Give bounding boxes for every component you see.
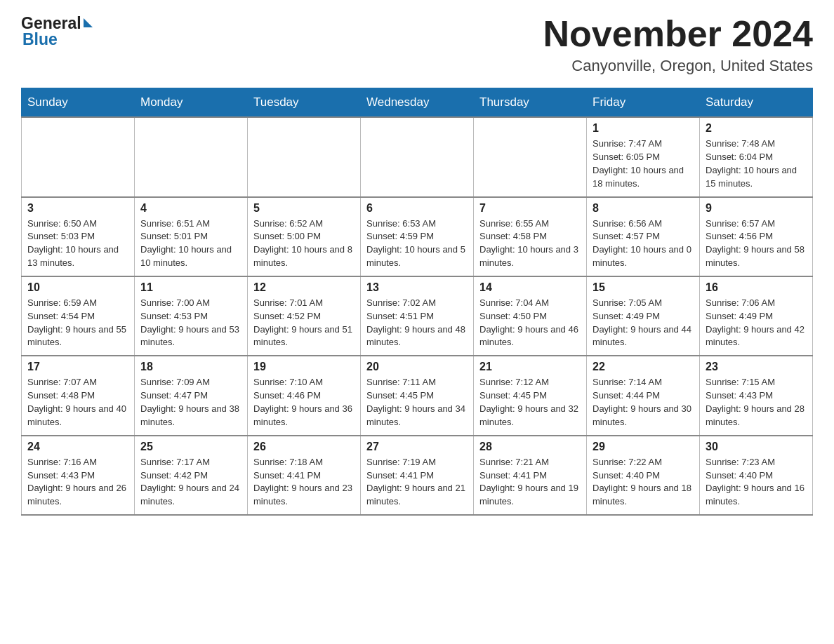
calendar-day-cell: 19Sunrise: 7:10 AMSunset: 4:46 PMDayligh…: [248, 356, 361, 435]
page-header: General Blue November 2024 Canyonville, …: [21, 14, 813, 75]
calendar-day-cell: 11Sunrise: 7:00 AMSunset: 4:53 PMDayligh…: [135, 276, 248, 356]
day-info: Sunrise: 6:57 AMSunset: 4:56 PMDaylight:…: [706, 217, 807, 270]
day-number: 24: [27, 441, 128, 453]
calendar-day-cell: 2Sunrise: 7:48 AMSunset: 6:04 PMDaylight…: [700, 117, 813, 196]
day-info: Sunrise: 7:07 AMSunset: 4:48 PMDaylight:…: [27, 376, 128, 429]
calendar-day-cell: 21Sunrise: 7:12 AMSunset: 4:45 PMDayligh…: [474, 356, 587, 435]
day-number: 16: [706, 281, 807, 294]
day-info: Sunrise: 6:53 AMSunset: 4:59 PMDaylight:…: [366, 217, 468, 270]
day-number: 3: [27, 202, 128, 215]
day-info: Sunrise: 7:02 AMSunset: 4:51 PMDaylight:…: [366, 297, 468, 349]
day-info: Sunrise: 7:19 AMSunset: 4:41 PMDaylight:…: [366, 456, 468, 509]
calendar-day-cell: [135, 117, 248, 196]
day-number: 4: [140, 202, 241, 215]
day-number: 30: [706, 441, 807, 453]
calendar-day-cell: 23Sunrise: 7:15 AMSunset: 4:43 PMDayligh…: [700, 356, 813, 435]
day-number: 28: [479, 441, 581, 453]
calendar-week-row: 10Sunrise: 6:59 AMSunset: 4:54 PMDayligh…: [22, 276, 813, 356]
day-number: 26: [253, 441, 355, 453]
day-info: Sunrise: 6:56 AMSunset: 4:57 PMDaylight:…: [593, 217, 694, 270]
logo-triangle-icon: [84, 18, 93, 27]
day-info: Sunrise: 7:10 AMSunset: 4:46 PMDaylight:…: [253, 376, 355, 429]
calendar-day-header: Thursday: [474, 88, 587, 118]
calendar-week-row: 1Sunrise: 7:47 AMSunset: 6:05 PMDaylight…: [22, 117, 813, 196]
calendar-day-cell: 6Sunrise: 6:53 AMSunset: 4:59 PMDaylight…: [361, 197, 474, 276]
day-number: 27: [366, 441, 468, 453]
day-number: 8: [593, 202, 694, 215]
calendar-day-cell: [474, 117, 587, 196]
day-info: Sunrise: 7:47 AMSunset: 6:05 PMDaylight:…: [593, 137, 694, 190]
day-info: Sunrise: 7:48 AMSunset: 6:04 PMDaylight:…: [706, 137, 807, 190]
day-info: Sunrise: 6:59 AMSunset: 4:54 PMDaylight:…: [27, 297, 128, 349]
day-info: Sunrise: 7:00 AMSunset: 4:53 PMDaylight:…: [140, 297, 241, 349]
day-info: Sunrise: 7:15 AMSunset: 4:43 PMDaylight:…: [706, 376, 807, 429]
day-number: 29: [593, 441, 694, 453]
day-number: 18: [140, 361, 241, 373]
calendar-day-cell: 5Sunrise: 6:52 AMSunset: 5:00 PMDaylight…: [248, 197, 361, 276]
month-title: November 2024: [543, 14, 813, 54]
calendar-day-cell: 18Sunrise: 7:09 AMSunset: 4:47 PMDayligh…: [135, 356, 248, 435]
day-number: 5: [253, 202, 355, 215]
calendar-day-cell: 24Sunrise: 7:16 AMSunset: 4:43 PMDayligh…: [22, 436, 135, 515]
day-info: Sunrise: 7:01 AMSunset: 4:52 PMDaylight:…: [253, 297, 355, 349]
day-info: Sunrise: 7:16 AMSunset: 4:43 PMDaylight:…: [27, 456, 128, 509]
day-number: 15: [593, 281, 694, 294]
calendar-day-cell: 20Sunrise: 7:11 AMSunset: 4:45 PMDayligh…: [361, 356, 474, 435]
calendar-day-header: Friday: [587, 88, 700, 118]
calendar-day-cell: 12Sunrise: 7:01 AMSunset: 4:52 PMDayligh…: [248, 276, 361, 356]
calendar-day-cell: 13Sunrise: 7:02 AMSunset: 4:51 PMDayligh…: [361, 276, 474, 356]
day-number: 2: [706, 122, 807, 135]
calendar-day-cell: 26Sunrise: 7:18 AMSunset: 4:41 PMDayligh…: [248, 436, 361, 515]
day-number: 14: [479, 281, 581, 294]
day-number: 10: [27, 281, 128, 294]
day-info: Sunrise: 6:51 AMSunset: 5:01 PMDaylight:…: [140, 217, 241, 270]
day-info: Sunrise: 7:12 AMSunset: 4:45 PMDaylight:…: [479, 376, 581, 429]
day-info: Sunrise: 7:21 AMSunset: 4:41 PMDaylight:…: [479, 456, 581, 509]
calendar-day-cell: 8Sunrise: 6:56 AMSunset: 4:57 PMDaylight…: [587, 197, 700, 276]
location-title: Canyonville, Oregon, United States: [543, 57, 813, 75]
calendar-day-cell: 16Sunrise: 7:06 AMSunset: 4:49 PMDayligh…: [700, 276, 813, 356]
calendar-day-cell: 27Sunrise: 7:19 AMSunset: 4:41 PMDayligh…: [361, 436, 474, 515]
calendar-day-cell: 22Sunrise: 7:14 AMSunset: 4:44 PMDayligh…: [587, 356, 700, 435]
day-number: 17: [27, 361, 128, 373]
calendar-header-row: SundayMondayTuesdayWednesdayThursdayFrid…: [22, 88, 813, 118]
day-number: 1: [593, 122, 694, 135]
day-info: Sunrise: 7:04 AMSunset: 4:50 PMDaylight:…: [479, 297, 581, 349]
day-info: Sunrise: 7:14 AMSunset: 4:44 PMDaylight:…: [593, 376, 694, 429]
calendar-day-cell: 28Sunrise: 7:21 AMSunset: 4:41 PMDayligh…: [474, 436, 587, 515]
day-number: 12: [253, 281, 355, 294]
day-number: 6: [366, 202, 468, 215]
calendar-day-cell: 25Sunrise: 7:17 AMSunset: 4:42 PMDayligh…: [135, 436, 248, 515]
calendar-day-cell: 7Sunrise: 6:55 AMSunset: 4:58 PMDaylight…: [474, 197, 587, 276]
calendar-day-cell: [248, 117, 361, 196]
day-number: 13: [366, 281, 468, 294]
calendar-table: SundayMondayTuesdayWednesdayThursdayFrid…: [21, 88, 813, 516]
day-info: Sunrise: 7:17 AMSunset: 4:42 PMDaylight:…: [140, 456, 241, 509]
day-info: Sunrise: 7:09 AMSunset: 4:47 PMDaylight:…: [140, 376, 241, 429]
day-info: Sunrise: 6:55 AMSunset: 4:58 PMDaylight:…: [479, 217, 581, 270]
calendar-week-row: 24Sunrise: 7:16 AMSunset: 4:43 PMDayligh…: [22, 436, 813, 515]
day-number: 7: [479, 202, 581, 215]
calendar-day-cell: 30Sunrise: 7:23 AMSunset: 4:40 PMDayligh…: [700, 436, 813, 515]
calendar-day-header: Sunday: [22, 88, 135, 118]
day-number: 21: [479, 361, 581, 373]
day-info: Sunrise: 6:50 AMSunset: 5:03 PMDaylight:…: [27, 217, 128, 270]
day-info: Sunrise: 7:18 AMSunset: 4:41 PMDaylight:…: [253, 456, 355, 509]
calendar-day-cell: 9Sunrise: 6:57 AMSunset: 4:56 PMDaylight…: [700, 197, 813, 276]
day-number: 19: [253, 361, 355, 373]
calendar-day-cell: 15Sunrise: 7:05 AMSunset: 4:49 PMDayligh…: [587, 276, 700, 356]
calendar-day-header: Tuesday: [248, 88, 361, 118]
day-number: 25: [140, 441, 241, 453]
day-number: 23: [706, 361, 807, 373]
logo: General Blue: [21, 14, 93, 49]
calendar-day-cell: 3Sunrise: 6:50 AMSunset: 5:03 PMDaylight…: [22, 197, 135, 276]
day-info: Sunrise: 7:23 AMSunset: 4:40 PMDaylight:…: [706, 456, 807, 509]
calendar-day-header: Wednesday: [361, 88, 474, 118]
day-number: 9: [706, 202, 807, 215]
day-number: 20: [366, 361, 468, 373]
logo-blue-text: Blue: [22, 30, 58, 49]
day-number: 22: [593, 361, 694, 373]
calendar-week-row: 3Sunrise: 6:50 AMSunset: 5:03 PMDaylight…: [22, 197, 813, 276]
calendar-day-cell: 4Sunrise: 6:51 AMSunset: 5:01 PMDaylight…: [135, 197, 248, 276]
calendar-day-cell: 17Sunrise: 7:07 AMSunset: 4:48 PMDayligh…: [22, 356, 135, 435]
